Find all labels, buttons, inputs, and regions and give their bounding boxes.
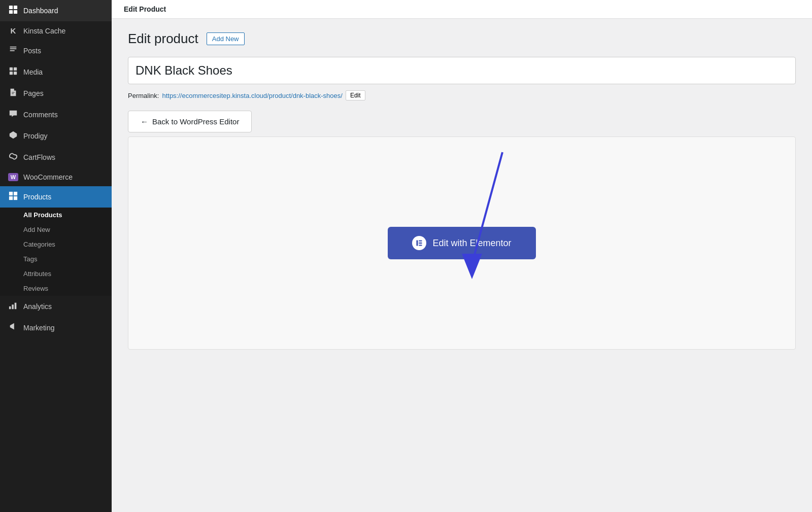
sidebar-item-label: WooCommerce bbox=[23, 173, 73, 181]
svg-rect-4 bbox=[10, 67, 13, 71]
sidebar-item-products[interactable]: Products bbox=[0, 186, 112, 208]
sidebar-item-label: Prodigy bbox=[23, 132, 47, 140]
sidebar-item-prodigy[interactable]: Prodigy bbox=[0, 125, 112, 147]
submenu-all-products[interactable]: All Products bbox=[0, 208, 112, 222]
pages-icon bbox=[8, 88, 18, 99]
permalink-row: Permalink: https://ecommercesitep.kinsta… bbox=[128, 90, 796, 100]
arrow-pointer bbox=[431, 147, 533, 289]
svg-rect-14 bbox=[12, 304, 14, 309]
products-icon bbox=[8, 191, 18, 202]
cartflows-icon bbox=[8, 152, 18, 163]
back-btn-label: Back to WordPress Editor bbox=[152, 117, 239, 126]
svg-rect-9 bbox=[9, 192, 13, 195]
add-new-button[interactable]: Add New bbox=[207, 32, 245, 45]
sidebar-item-label: Kinsta Cache bbox=[23, 27, 65, 35]
elementor-btn-label: Edit with Elementor bbox=[432, 238, 511, 249]
svg-rect-18 bbox=[417, 240, 418, 246]
elementor-icon bbox=[412, 236, 426, 250]
sidebar-item-marketing[interactable]: Marketing bbox=[0, 317, 112, 338]
svg-rect-10 bbox=[14, 192, 17, 195]
svg-rect-12 bbox=[14, 196, 17, 200]
svg-rect-3 bbox=[14, 10, 17, 14]
prodigy-icon bbox=[8, 130, 18, 142]
page-title-row: Edit product Add New bbox=[128, 31, 796, 47]
svg-marker-8 bbox=[10, 131, 17, 139]
edit-with-elementor-button[interactable]: Edit with Elementor bbox=[388, 227, 535, 259]
analytics-icon bbox=[8, 301, 18, 312]
permalink-label: Permalink: bbox=[128, 92, 159, 99]
submenu-categories[interactable]: Categories bbox=[0, 237, 112, 252]
sidebar-item-pages[interactable]: Pages bbox=[0, 83, 112, 104]
svg-rect-21 bbox=[419, 245, 422, 246]
back-btn-container: ← Back to WordPress Editor bbox=[128, 111, 796, 132]
svg-rect-19 bbox=[419, 240, 422, 241]
submenu-attributes[interactable]: Attributes bbox=[0, 266, 112, 281]
sidebar-item-dashboard[interactable]: Dashboard bbox=[0, 0, 112, 21]
sidebar-item-analytics[interactable]: Analytics bbox=[0, 296, 112, 317]
topbar-title: Edit Product bbox=[124, 5, 166, 13]
page-title: Edit product bbox=[128, 31, 198, 47]
sidebar-item-label: Media bbox=[23, 68, 43, 76]
sidebar-item-media[interactable]: Media bbox=[0, 61, 112, 83]
editor-preview-area: Edit with Elementor bbox=[128, 136, 796, 350]
svg-rect-1 bbox=[14, 6, 17, 9]
sidebar-item-kinsta-cache[interactable]: K Kinsta Cache bbox=[0, 21, 112, 40]
back-to-editor-button[interactable]: ← Back to WordPress Editor bbox=[128, 111, 252, 132]
sidebar-item-cartflows[interactable]: CartFlows bbox=[0, 147, 112, 168]
svg-rect-2 bbox=[9, 10, 13, 14]
svg-rect-7 bbox=[14, 72, 17, 75]
topbar: Edit Product bbox=[112, 0, 812, 19]
sidebar-item-label: Products bbox=[23, 193, 51, 201]
content-area: Edit product Add New Permalink: https://… bbox=[112, 19, 812, 512]
sidebar-item-label: Pages bbox=[23, 89, 44, 97]
svg-rect-20 bbox=[419, 243, 422, 244]
main-content: Edit Product Edit product Add New Permal… bbox=[112, 0, 812, 512]
sidebar: Dashboard K Kinsta Cache Posts Media Pag… bbox=[0, 0, 112, 512]
permalink-link[interactable]: https://ecommercesitep.kinsta.cloud/prod… bbox=[162, 92, 343, 99]
back-arrow-icon: ← bbox=[141, 117, 148, 126]
submenu-tags[interactable]: Tags bbox=[0, 252, 112, 266]
products-submenu: All Products Add New Categories Tags Att… bbox=[0, 208, 112, 296]
sidebar-item-label: CartFlows bbox=[23, 153, 55, 161]
svg-rect-15 bbox=[15, 303, 17, 310]
svg-rect-11 bbox=[9, 196, 13, 200]
sidebar-item-label: Marketing bbox=[23, 324, 54, 332]
submenu-add-new[interactable]: Add New bbox=[0, 222, 112, 237]
svg-rect-6 bbox=[10, 72, 13, 75]
sidebar-item-label: Comments bbox=[23, 111, 58, 119]
comments-icon bbox=[8, 109, 18, 120]
sidebar-item-comments[interactable]: Comments bbox=[0, 104, 112, 125]
posts-icon bbox=[8, 45, 18, 56]
sidebar-item-label: Dashboard bbox=[23, 7, 58, 15]
kinsta-icon: K bbox=[8, 26, 18, 35]
svg-rect-0 bbox=[9, 6, 13, 9]
submenu-reviews[interactable]: Reviews bbox=[0, 281, 112, 296]
media-icon bbox=[8, 66, 18, 78]
svg-rect-5 bbox=[14, 67, 17, 71]
edit-permalink-button[interactable]: Edit bbox=[346, 90, 365, 100]
svg-rect-13 bbox=[9, 306, 11, 309]
product-name-input[interactable] bbox=[128, 57, 796, 84]
sidebar-item-label: Posts bbox=[23, 47, 41, 55]
sidebar-item-posts[interactable]: Posts bbox=[0, 40, 112, 61]
sidebar-item-woocommerce[interactable]: W WooCommerce bbox=[0, 168, 112, 186]
dashboard-icon bbox=[8, 5, 18, 16]
woocommerce-icon: W bbox=[8, 173, 18, 181]
sidebar-item-label: Analytics bbox=[23, 302, 52, 311]
marketing-icon bbox=[8, 322, 18, 333]
